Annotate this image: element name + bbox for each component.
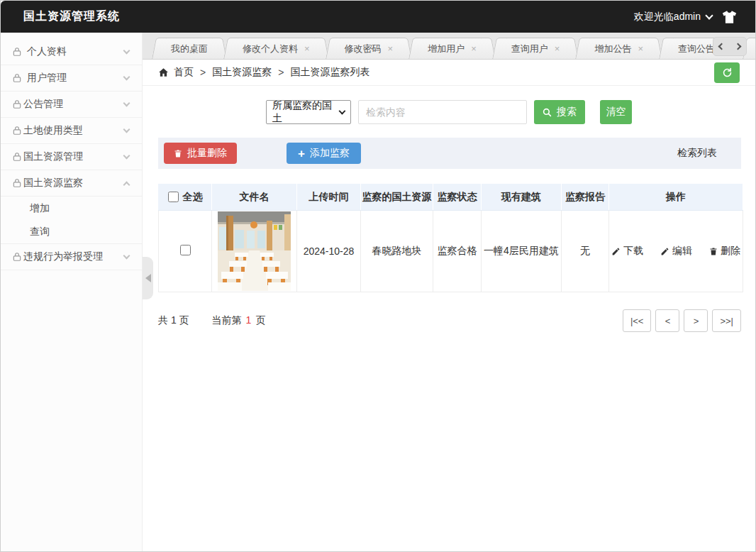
selected-option: 所属监察的国土 — [272, 99, 337, 125]
chevron-down-icon — [705, 11, 713, 19]
download-link[interactable]: 下载 — [611, 245, 643, 258]
sidebar-item-users[interactable]: 用户管理 — [1, 65, 142, 92]
action-toolbar: 批量删除 + 添加监察 检索列表 — [158, 138, 741, 169]
sidebar-collapse-handle[interactable] — [143, 257, 153, 299]
column-operations: 操作 — [609, 184, 743, 211]
cell-building: 一幢4层民用建筑 — [482, 211, 562, 292]
column-header-label: 全选 — [183, 191, 203, 204]
clear-button-label: 清空 — [606, 106, 626, 118]
current-page-suffix: 页 — [255, 314, 265, 326]
refresh-icon — [722, 67, 733, 78]
data-table-container: 全选 文件名 上传时间 监察的国土资源 监察状态 现有建筑 监察报告 操作 — [158, 183, 741, 292]
search-input[interactable] — [358, 100, 527, 124]
lock-icon — [12, 252, 22, 262]
sidebar-item-label: 国土资源管理 — [23, 150, 83, 163]
cell-status: 监察合格 — [433, 211, 482, 292]
breadcrumb: 首页 > 国土资源监察 > 国土资源监察列表 — [143, 60, 755, 86]
refresh-button[interactable] — [714, 62, 740, 83]
chevron-down-icon — [123, 99, 130, 106]
breadcrumb-home[interactable]: 首页 — [174, 66, 194, 79]
chevron-down-icon — [123, 152, 130, 159]
next-page-button[interactable]: > — [684, 309, 708, 332]
tshirt-icon[interactable] — [722, 11, 737, 23]
lock-icon — [12, 99, 22, 109]
row-checkbox[interactable] — [180, 245, 191, 255]
top-header: 国土资源管理系统 欢迎光临admin — [1, 1, 755, 33]
tab-label: 查询公告 — [678, 43, 715, 55]
select-all-checkbox[interactable] — [168, 192, 179, 202]
sidebar-subitem-label: 查询 — [30, 226, 50, 238]
trash-icon — [709, 247, 718, 256]
edit-label: 编辑 — [672, 245, 692, 258]
search-button[interactable]: 搜索 — [534, 100, 585, 124]
cell-resource: 春晓路地块 — [361, 211, 433, 292]
sidebar-item-announcements[interactable]: 公告管理 — [1, 92, 142, 118]
tab-label: 我的桌面 — [171, 43, 208, 55]
column-building: 现有建筑 — [482, 184, 562, 211]
sidebar-item-land-supervision[interactable]: 国土资源监察 — [1, 170, 142, 197]
sidebar-item-land-resource-mgmt[interactable]: 国土资源管理 — [1, 144, 142, 170]
breadcrumb-level2[interactable]: 国土资源监察列表 — [290, 66, 369, 79]
sidebar-item-violation-reports[interactable]: 违规行为举报受理 — [1, 244, 142, 270]
first-page-button[interactable]: |<< — [623, 309, 652, 332]
total-pages-text: 共 1 页 — [158, 314, 189, 327]
search-icon — [543, 108, 552, 117]
close-icon[interactable]: × — [555, 44, 560, 53]
data-table: 全选 文件名 上传时间 监察的国土资源 监察状态 现有建筑 监察报告 操作 — [158, 183, 743, 292]
column-select-all: 全选 — [159, 184, 212, 211]
tab-partial[interactable] — [750, 38, 755, 59]
tab-scroll-controls — [713, 37, 747, 56]
prev-page-button[interactable]: < — [655, 309, 679, 332]
breadcrumb-level1[interactable]: 国土资源监察 — [212, 66, 272, 79]
lock-icon — [12, 47, 22, 57]
lock-icon — [12, 178, 22, 188]
trash-icon — [174, 149, 182, 158]
close-icon[interactable]: × — [388, 44, 394, 53]
cell-operations: 下载 编辑 删除 — [609, 211, 743, 292]
pagination: 共 1 页 当前第1页 |<< < > >>| — [158, 309, 741, 332]
close-icon[interactable]: × — [304, 44, 310, 53]
edit-link[interactable]: 编辑 — [660, 245, 692, 258]
tab-add-announcement[interactable]: 增加公告 × — [582, 38, 655, 59]
batch-delete-label: 批量删除 — [187, 147, 227, 160]
sidebar-item-label: 用户管理 — [27, 72, 67, 84]
download-label: 下载 — [623, 245, 643, 258]
sidebar-item-land-use-type[interactable]: 土地使用类型 — [1, 118, 142, 144]
sidebar-item-profile[interactable]: 个人资料 — [1, 39, 142, 65]
add-supervision-button[interactable]: + 添加监察 — [287, 143, 361, 164]
sidebar-item-label: 土地使用类型 — [23, 124, 83, 137]
close-icon[interactable]: × — [638, 44, 643, 53]
chevron-down-icon — [123, 47, 130, 54]
plus-icon: + — [298, 148, 305, 160]
triangle-left-icon — [145, 274, 151, 282]
tab-edit-profile[interactable]: 修改个人资料 × — [230, 38, 322, 59]
sidebar-item-label: 公告管理 — [23, 98, 63, 111]
cell-select — [159, 211, 212, 292]
delete-link[interactable]: 删除 — [709, 245, 740, 258]
lock-icon — [12, 73, 22, 83]
sidebar-subitem-query[interactable]: 查询 — [1, 220, 142, 243]
tab-my-desktop[interactable]: 我的桌面 — [159, 38, 220, 59]
clear-button[interactable]: 清空 — [600, 100, 632, 124]
sidebar: 个人资料 用户管理 公告管理 土地使用类型 国土资源管理 — [1, 33, 143, 551]
sidebar-subitem-label: 增加 — [30, 202, 50, 215]
column-filename: 文件名 — [212, 184, 297, 211]
last-page-button[interactable]: >>| — [712, 309, 741, 332]
search-category-select[interactable]: 所属监察的国土 — [266, 100, 351, 124]
close-icon[interactable]: × — [471, 44, 477, 53]
list-title: 检索列表 — [677, 147, 735, 160]
welcome-text: 欢迎光临admin — [634, 11, 701, 23]
breadcrumb-separator: > — [278, 67, 284, 78]
tab-scroll-right-icon[interactable] — [735, 43, 742, 50]
tab-label: 修改个人资料 — [243, 43, 298, 55]
tab-query-user[interactable]: 查询用户 × — [499, 38, 572, 59]
sidebar-subitem-add[interactable]: 增加 — [1, 197, 142, 220]
tab-change-password[interactable]: 修改密码 × — [333, 38, 406, 59]
batch-delete-button[interactable]: 批量删除 — [164, 143, 237, 164]
column-status: 监察状态 — [433, 184, 482, 211]
user-menu[interactable]: 欢迎光临admin — [634, 11, 712, 23]
tab-add-user[interactable]: 增加用户 × — [416, 38, 489, 59]
tab-scroll-left-icon[interactable] — [718, 43, 726, 50]
lock-icon — [12, 152, 22, 162]
sidebar-item-label: 个人资料 — [27, 45, 67, 58]
